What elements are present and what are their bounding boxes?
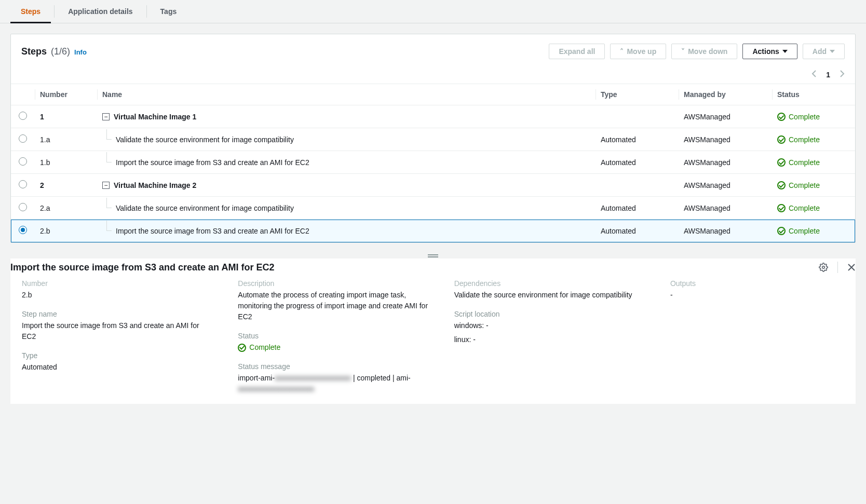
label-number: Number [22,279,215,288]
status-text: Complete [789,158,820,167]
svg-point-0 [822,266,825,269]
cell-managed-by: AWSManaged [679,105,772,128]
status-text: Complete [789,113,820,121]
tab-divider [54,5,55,18]
col-managed-by[interactable]: Managed by [679,84,772,105]
add-button[interactable]: Add [803,44,845,59]
col-name[interactable]: Name [97,84,596,105]
split-handle[interactable] [0,253,866,258]
cell-managed-by: AWSManaged [679,220,772,242]
tab-tags[interactable]: Tags [150,0,187,23]
chevron-up-icon [620,47,624,56]
row-radio[interactable] [19,157,27,166]
status-msg-redacted: xxxxxxxxxxxxxxxxxxxxx [238,385,314,393]
cell-type: Automated [596,128,679,151]
cell-name: Validate the source environment for imag… [97,128,596,151]
value-status-message: import-ami-xxxxxxxxxxxxxxxxxxxxx | compl… [238,373,431,394]
name-text: Virtual Machine Image 1 [114,113,196,121]
collapse-icon[interactable]: − [102,182,110,189]
table-row[interactable]: 1.bImport the source image from S3 and c… [11,151,855,174]
cell-number: 2.b [35,220,97,242]
cell-name: Validate the source environment for imag… [97,197,596,220]
move-up-label: Move up [627,47,656,56]
status-text: Complete [789,204,820,212]
cell-name: −Virtual Machine Image 1 [97,105,596,128]
label-dependencies: Dependencies [454,279,647,288]
script-windows: windows: - [454,320,647,331]
expand-all-button[interactable]: Expand all [549,44,605,59]
tree-connector [106,221,112,231]
move-down-button[interactable]: Move down [671,44,737,59]
row-radio[interactable] [19,226,27,234]
table-row[interactable]: 1−Virtual Machine Image 1AWSManagedCompl… [11,105,855,128]
name-text: Validate the source environment for imag… [116,204,294,212]
detail-col-1: Number 2.b Step name Import the source i… [10,279,226,404]
steps-panel: Steps (1/6) Info Expand all Move up Move… [10,34,856,243]
label-status-message: Status message [238,362,431,371]
detail-col-3: Dependencies Validate the source environ… [443,279,659,404]
triangle-down-icon [782,50,788,53]
pagination: 1 [11,65,855,84]
tab-divider [146,5,147,18]
status-text: Complete [789,135,820,144]
move-down-label: Move down [688,47,727,56]
collapse-icon[interactable]: − [102,113,110,120]
check-circle-icon [777,135,786,144]
table-row[interactable]: 2.aValidate the source environment for i… [11,197,855,220]
row-radio[interactable] [19,180,27,188]
actions-button[interactable]: Actions [742,44,797,59]
info-link[interactable]: Info [74,48,87,56]
row-radio[interactable] [19,134,27,143]
cell-type: Automated [596,197,679,220]
check-circle-icon [777,181,786,189]
label-step-name: Step name [22,310,215,318]
row-radio[interactable] [19,203,27,211]
cell-managed-by: AWSManaged [679,128,772,151]
tab-steps[interactable]: Steps [10,0,51,23]
cell-managed-by: AWSManaged [679,151,772,174]
value-dependencies: Validate the source environment for imag… [454,290,647,301]
value-type: Automated [22,362,215,373]
row-radio[interactable] [19,112,27,120]
status-text: Complete [789,181,820,189]
cell-number: 2.a [35,197,97,220]
value-step-name: Import the source image from S3 and crea… [22,320,215,342]
label-script-location: Script location [454,310,647,318]
gear-icon[interactable] [819,263,828,272]
cell-status: Complete [772,197,855,220]
tab-application-details[interactable]: Application details [58,0,143,23]
col-number[interactable]: Number [35,84,97,105]
header-actions: Expand all Move up Move down Actions Add [549,44,845,59]
move-up-button[interactable]: Move up [610,44,666,59]
value-description: Automate the process of creating import … [238,290,431,322]
label-description: Description [238,279,431,288]
cell-type: Automated [596,220,679,242]
page-next-icon[interactable] [840,70,845,79]
name-text: Import the source image from S3 and crea… [116,227,309,235]
col-status[interactable]: Status [772,84,855,105]
col-type[interactable]: Type [596,84,679,105]
tree-connector [106,129,112,140]
chevron-down-icon [681,47,685,56]
cell-number: 2 [35,174,97,197]
page-number: 1 [826,71,830,79]
cell-number: 1 [35,105,97,128]
status-text: Complete [249,342,280,353]
add-label: Add [813,47,827,56]
script-linux: linux: - [454,334,647,345]
table-row[interactable]: 2.bImport the source image from S3 and c… [11,220,855,242]
cell-type: Automated [596,151,679,174]
table-row[interactable]: 2−Virtual Machine Image 2AWSManagedCompl… [11,174,855,197]
cell-status: Complete [772,174,855,197]
table-row[interactable]: 1.aValidate the source environment for i… [11,128,855,151]
check-circle-icon [777,113,786,121]
close-icon[interactable] [847,263,856,271]
check-circle-icon [238,344,246,352]
status-msg-mid: | completed | ami- [351,374,411,382]
detail-tools [819,262,856,273]
name-text: Import the source image from S3 and crea… [116,158,309,167]
cell-type [596,105,679,128]
detail-pane: Import the source image from S3 and crea… [10,258,856,404]
triangle-down-icon [830,50,835,53]
page-prev-icon[interactable] [811,70,817,79]
